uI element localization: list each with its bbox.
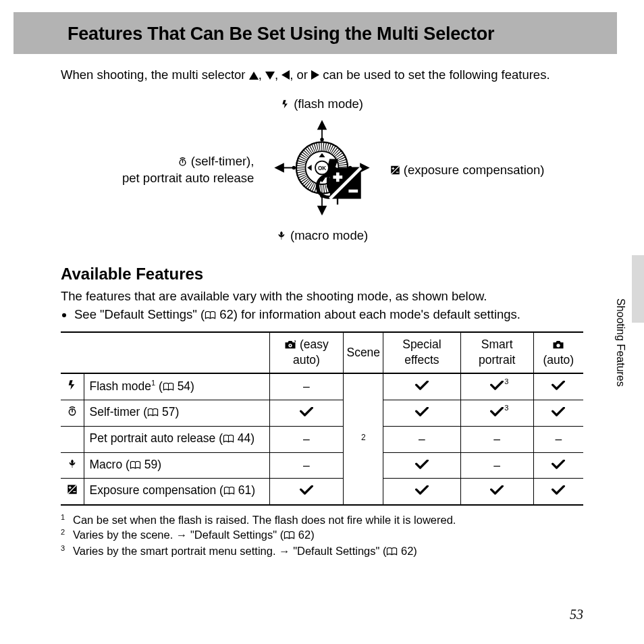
table-row: Self-timer ( 57)3	[61, 400, 583, 427]
feature-cell: –	[269, 373, 344, 400]
scene-merged-cell: 2	[344, 373, 383, 505]
feature-cell: –	[383, 427, 461, 453]
row-icon	[61, 373, 84, 400]
exposure-compensation-icon	[390, 165, 400, 176]
page-number: 53	[570, 606, 583, 624]
side-tab-label: Shooting Features	[613, 298, 628, 387]
macro-icon	[276, 230, 287, 241]
right-triangle-icon	[311, 70, 319, 80]
col-auto: (auto)	[533, 332, 583, 373]
feature-cell	[383, 452, 461, 479]
default-settings-bullet: See "Default Settings" ( 62) for informa…	[74, 306, 583, 325]
book-icon	[205, 308, 216, 325]
diagram-label-bottom: (macro mode)	[276, 227, 368, 244]
table-row: Flash mode1 ( 54)–23	[61, 373, 583, 400]
col-easy-auto: (easy auto)	[269, 332, 344, 373]
table-row: Exposure compensation ( 61)	[61, 479, 583, 505]
footnotes: 1Can be set when the flash is raised. Th…	[61, 512, 583, 560]
row-label: Flash mode1 ( 54)	[84, 373, 269, 400]
feature-cell	[383, 373, 461, 400]
self-timer-icon	[178, 157, 188, 167]
flash-icon	[281, 99, 290, 109]
available-features-heading: Available Features	[61, 263, 583, 285]
diagram-label-left: (self-timer), pet portrait auto release	[122, 153, 254, 187]
footnote: 1Can be set when the flash is raised. Th…	[61, 512, 583, 527]
page-header-bar: Features That Can Be Set Using the Multi…	[14, 12, 617, 54]
feature-cell: 3	[460, 373, 533, 400]
svg-marker-5	[317, 120, 327, 130]
svg-point-13	[320, 138, 323, 142]
col-scene: Scene	[344, 332, 383, 373]
row-icon	[61, 427, 84, 453]
svg-point-15	[292, 166, 296, 169]
feature-cell	[383, 400, 461, 427]
diagram-label-right: (exposure compensation)	[390, 162, 545, 179]
col-special-effects: Special effects	[383, 332, 461, 373]
feature-cell	[533, 373, 583, 400]
side-tab-indicator	[632, 255, 644, 323]
features-table: (easy auto) Scene Special effects Smart …	[61, 331, 583, 506]
multi-selector-dial: OK	[273, 119, 371, 221]
down-triangle-icon	[265, 72, 275, 80]
table-row: Macro ( 59)––	[61, 452, 583, 479]
footnote: 2Varies by the scene. → "Default Setting…	[61, 527, 583, 543]
row-label: Self-timer ( 57)	[84, 400, 269, 427]
table-row: Pet portrait auto release ( 44)––––	[61, 427, 583, 453]
svg-marker-8	[360, 163, 370, 173]
feature-cell: –	[460, 427, 533, 453]
page-title: Features That Can Be Set Using the Multi…	[68, 22, 617, 46]
row-label: Pet portrait auto release ( 44)	[84, 427, 269, 453]
side-tab: Shooting Features	[614, 255, 644, 431]
footnote: 3Varies by the smart portrait menu setti…	[61, 543, 583, 560]
row-label: Exposure compensation ( 61)	[84, 479, 269, 505]
up-triangle-icon	[249, 72, 259, 80]
feature-cell: –	[460, 452, 533, 479]
col-smart-portrait: Smart portrait	[460, 332, 533, 373]
left-triangle-icon	[281, 70, 290, 80]
camera-auto-icon	[552, 340, 564, 350]
feature-cell: 3	[460, 400, 533, 427]
feature-cell	[533, 452, 583, 479]
feature-cell: –	[269, 427, 344, 453]
feature-cell	[383, 479, 461, 505]
camera-easy-icon	[284, 340, 296, 350]
feature-cell	[269, 479, 344, 505]
feature-cell	[269, 400, 344, 427]
row-icon	[61, 479, 84, 505]
feature-cell	[533, 479, 583, 505]
feature-cell: –	[269, 452, 344, 479]
intro-paragraph: When shooting, the multi selector , , , …	[61, 67, 583, 84]
feature-cell	[533, 400, 583, 427]
feature-cell: –	[533, 427, 583, 453]
row-label: Macro ( 59)	[84, 452, 269, 479]
available-features-intro: The features that are available vary wit…	[61, 288, 583, 305]
diagram-label-top: (flash mode)	[281, 96, 363, 113]
row-icon	[61, 400, 84, 427]
svg-text:OK: OK	[318, 166, 326, 172]
feature-cell	[460, 479, 533, 505]
row-icon	[61, 452, 84, 479]
multi-selector-diagram: (flash mode) (self-timer), pet portrait …	[61, 96, 583, 244]
svg-marker-6	[317, 206, 327, 216]
table-header-row: (easy auto) Scene Special effects Smart …	[61, 332, 583, 373]
svg-marker-7	[274, 163, 284, 173]
